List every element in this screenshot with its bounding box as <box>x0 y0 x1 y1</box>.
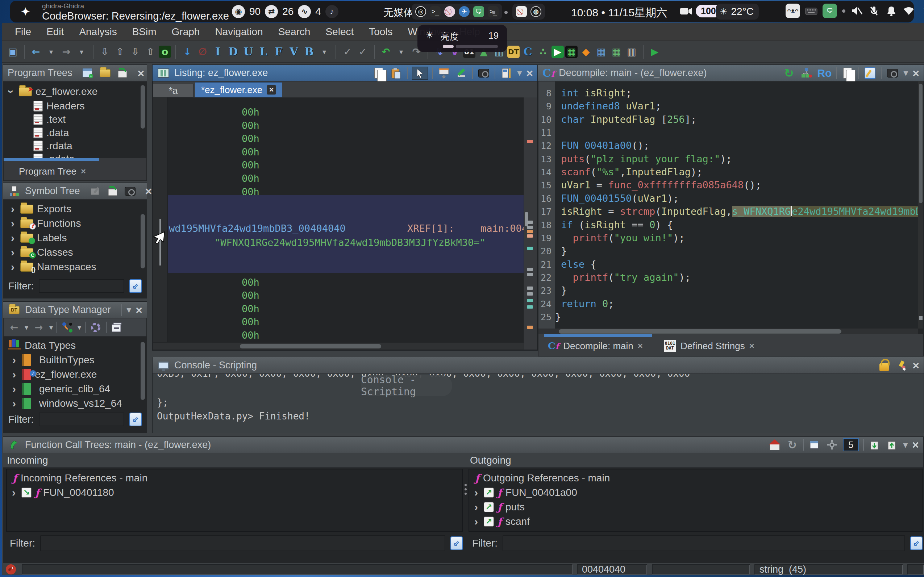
create-function-icon[interactable]: F <box>272 45 285 59</box>
memory-patch-icon[interactable]: o <box>159 46 171 58</box>
scrollbar-thumb[interactable] <box>919 84 922 203</box>
close-tab-icon[interactable]: × <box>267 85 276 95</box>
close-panel-icon[interactable]: × <box>913 360 919 371</box>
recursion-depth-badge[interactable]: 5 <box>843 438 859 451</box>
edit-icon[interactable] <box>863 67 877 80</box>
chevron-icon[interactable]: › <box>9 203 17 215</box>
symbol-tree-header[interactable]: Symbol Tree × <box>3 183 147 200</box>
xref-label[interactable]: XREF[1]: <box>407 223 455 234</box>
decompiler-line[interactable]: 22 printf("try again"); <box>539 272 913 285</box>
home-function-icon[interactable] <box>768 438 781 451</box>
chevron-icon[interactable]: › <box>10 487 18 499</box>
listing-byte-row[interactable]: 00h <box>242 316 260 329</box>
new-tree-icon[interactable]: + <box>81 67 94 80</box>
chevron-icon[interactable]: › <box>472 501 480 513</box>
listing-byte-row[interactable]: 00h <box>242 133 260 146</box>
program-trees-header[interactable]: Program Trees + × <box>3 65 147 82</box>
expand-outgoing-icon[interactable] <box>885 438 899 451</box>
menu-file[interactable]: File <box>7 23 39 40</box>
conflict-resolution-icon[interactable] <box>61 321 74 334</box>
listing-byte-row[interactable]: 00h <box>242 146 260 160</box>
data-label[interactable]: wd195MHVfa24wd19mbDB3_00404040 <box>169 223 346 234</box>
validate-icon[interactable]: ✓ <box>340 45 355 59</box>
snapshot-camera-icon[interactable] <box>886 67 899 80</box>
symbol-category-row[interactable]: ›{}Namespaces <box>9 260 96 274</box>
filter-options-icon[interactable]: ⇙ <box>450 537 463 550</box>
create-instruction-icon[interactable]: I <box>211 45 225 59</box>
listing-byte-row[interactable]: 00h <box>242 330 260 342</box>
close-panel-icon[interactable]: × <box>138 68 145 79</box>
tree-root-row[interactable]: › ➤ ez_flower.exe <box>7 84 97 99</box>
decompiler-line[interactable]: 9 undefined8 uVar1; <box>539 100 913 113</box>
active-window-info[interactable]: ghidra-Ghidra CodeBrowser: Reversing:/ez… <box>42 2 229 22</box>
camcorder-icon[interactable] <box>680 6 693 18</box>
menu-tools[interactable]: Tools <box>361 23 400 40</box>
chevron-icon[interactable]: › <box>10 397 18 409</box>
edit-symbol-icon[interactable] <box>89 185 102 198</box>
decompiler-line[interactable]: 16 FUN_00401550(uVar1); <box>539 193 913 206</box>
copy-icon[interactable] <box>841 67 854 80</box>
decompiler-line[interactable]: 24 return 0; <box>539 298 913 311</box>
cursor-tool-toggle[interactable] <box>412 67 428 80</box>
weather-widget[interactable]: ☀ 22°C <box>716 3 759 19</box>
launcher-icon[interactable]: ✦ <box>20 4 31 19</box>
save-icon[interactable]: ▣ <box>6 45 19 59</box>
incoming-tree[interactable]: ƒ Incoming References - main › ↘ ƒ FUN_0… <box>6 469 463 532</box>
validate2-icon[interactable]: ✓ <box>356 45 369 59</box>
dtm-forward-icon[interactable]: → <box>32 320 46 335</box>
listing-content[interactable]: 00h00h00h00h00h00h00h wd195MHVfa24wd19mb… <box>153 97 524 342</box>
chevron-icon[interactable]: › <box>10 354 18 366</box>
decompiler-line[interactable]: 17 isRight = strcmp(InputedFlag,s_WFNXQ1… <box>539 206 913 219</box>
nav-forward-icon[interactable]: → <box>60 45 73 59</box>
decompiler-line[interactable]: 21 else { <box>539 259 913 272</box>
create-label-icon[interactable]: L <box>256 45 270 59</box>
menu-graph[interactable]: Graph <box>164 23 208 40</box>
chevron-icon[interactable]: › <box>10 368 18 381</box>
data-type-manager-icon[interactable]: DT <box>507 46 519 58</box>
scrollbar-thumb[interactable] <box>240 344 381 348</box>
blocked-tray-icon[interactable]: ⃠ <box>444 6 455 17</box>
chart-icon[interactable]: ▥ <box>625 45 639 59</box>
wifi-icon[interactable] <box>903 5 915 17</box>
decompiler-line[interactable]: 13 puts("plz input your flag:"); <box>539 153 913 166</box>
page-down-icon[interactable]: ⇩ <box>98 45 111 59</box>
obs-tray-icon[interactable]: ◎ <box>415 6 426 17</box>
symbol-filter-input[interactable] <box>39 279 124 293</box>
close-tab-icon[interactable]: × <box>81 167 86 176</box>
brightness-slider-fill[interactable] <box>443 45 454 48</box>
globe-tray-icon[interactable]: ✈ <box>459 6 469 17</box>
snapshot-camera-icon[interactable] <box>124 185 137 198</box>
refresh-icon[interactable]: ↻ <box>785 438 799 451</box>
paths-dropdown-icon[interactable]: ▾ <box>77 323 81 332</box>
decompiler-line[interactable]: 10 char InputedFlag [256]; <box>539 114 913 127</box>
page-down2-icon[interactable]: ⇩ <box>128 45 142 59</box>
data-types-root-row[interactable]: Data Types <box>8 338 76 353</box>
listing-byte-row[interactable]: 00h <box>242 173 260 186</box>
run-script-icon[interactable]: ▶ <box>648 45 662 59</box>
refresh-archives-icon[interactable] <box>89 321 102 334</box>
table-view-icon[interactable]: ▦ <box>594 45 608 59</box>
expand-incoming-icon[interactable] <box>868 438 881 451</box>
dtm-filter-input[interactable] <box>39 413 124 426</box>
nav-back-icon[interactable]: ← <box>29 45 43 59</box>
keyboard-icon[interactable] <box>805 5 818 17</box>
tree-section-row[interactable]: .text <box>33 112 66 127</box>
listing-byte-row[interactable]: 00h <box>242 290 260 303</box>
archive-row[interactable]: ›✓ez_flower.exe <box>10 367 97 382</box>
decompiler-line[interactable]: 11 <box>539 127 913 140</box>
tab-decompile-main[interactable]: Cf Decompile: main × <box>542 338 648 353</box>
menu-search[interactable]: Search <box>271 23 318 40</box>
refresh-icon[interactable]: ↻ <box>782 67 795 80</box>
dtm-back-dropdown-icon[interactable]: ▾ <box>25 323 28 332</box>
chevron-icon[interactable]: › <box>10 383 18 395</box>
marker-scroll-thumb[interactable] <box>525 212 528 226</box>
new-window-icon[interactable] <box>808 438 821 451</box>
paste-icon[interactable] <box>390 67 403 80</box>
cat-app-icon[interactable]: ᴖᴥᴖ <box>785 3 800 18</box>
listing-header[interactable]: Listing: ez_flower.exe ▾ × <box>153 65 537 82</box>
decompile-header[interactable]: Cf Decompile: main - (ez_flower.exe) ↻ R… <box>538 65 924 82</box>
decompiler-line[interactable]: 19 printf("you win!"); <box>539 232 913 245</box>
call-tree-icon[interactable]: ∴ <box>536 45 550 59</box>
decompile-hscrollbar[interactable] <box>539 329 918 334</box>
decompiler-line[interactable]: 15 uVar1 = func_0xffffffffa085a648(); <box>539 179 913 192</box>
